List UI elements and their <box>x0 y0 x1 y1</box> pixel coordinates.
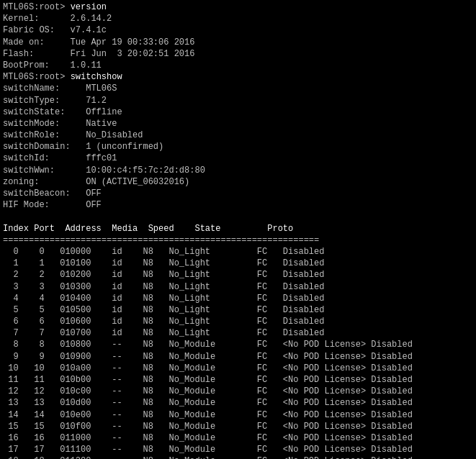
line-port0: 0 0 010000 id N8 No_Light FC Disabled <box>3 246 473 258</box>
line-switchtype: switchType: 71.2 <box>3 95 473 106</box>
line-switchwwn: switchWwn: 10:00:c4:f5:7c:2d:d8:80 <box>3 165 473 176</box>
line-version-cmd: MTL06S:root> version <box>3 1 473 13</box>
line-switchstate: switchState: Offline <box>3 106 473 118</box>
line-port13: 13 13 010d00 -- N8 No_Module FC <No POD … <box>3 397 473 409</box>
line-fabricos: Fabric OS: v7.4.1c <box>3 24 473 36</box>
line-switchbeacon: switchBeacon: OFF <box>3 188 473 199</box>
line-port8: 8 8 010800 -- N8 No_Module FC <No POD Li… <box>3 339 473 350</box>
line-switchmode: switchMode: Native <box>3 118 473 129</box>
line-blank <box>3 211 473 222</box>
line-table-header: Index Port Address Media Speed State Pro… <box>3 223 473 235</box>
line-port11: 11 11 010b00 -- N8 No_Module FC <No POD … <box>3 374 473 386</box>
line-switchshow-cmd: MTL06S:root> switchshow <box>3 71 473 83</box>
line-separator: ========================================… <box>3 235 473 246</box>
line-port6: 6 6 010600 id N8 No_Light FC Disabled <box>3 316 473 327</box>
line-switchdomain: switchDomain: 1 (unconfirmed) <box>3 141 473 153</box>
line-switchid: switchId: fffc01 <box>3 153 473 164</box>
line-port4: 4 4 010400 id N8 No_Light FC Disabled <box>3 293 473 304</box>
line-hifmode: HIF Mode: OFF <box>3 199 473 211</box>
line-port14: 14 14 010e00 -- N8 No_Module FC <No POD … <box>3 409 473 421</box>
line-port12: 12 12 010c00 -- N8 No_Module FC <No POD … <box>3 386 473 397</box>
line-kernel: Kernel: 2.6.14.2 <box>3 13 473 24</box>
line-zoning: zoning: ON (ACTIVE_06032016) <box>3 176 473 188</box>
line-port1: 1 1 010100 id N8 No_Light FC Disabled <box>3 258 473 269</box>
line-port3: 3 3 010300 id N8 No_Light FC Disabled <box>3 281 473 293</box>
line-port9: 9 9 010900 -- N8 No_Module FC <No POD Li… <box>3 351 473 363</box>
line-madeon: Made on: Tue Apr 19 00:33:06 2016 <box>3 37 473 48</box>
line-port15: 15 15 010f00 -- N8 No_Module FC <No POD … <box>3 421 473 432</box>
line-switchname: switchName: MTL06S <box>3 83 473 94</box>
line-port7: 7 7 010700 id N8 No_Light FC Disabled <box>3 327 473 339</box>
line-switchrole: switchRole: No_Disabled <box>3 129 473 141</box>
line-port18: 18 18 011200 -- N8 No_Module FC <No POD … <box>3 455 473 459</box>
line-port5: 5 5 010500 id N8 No_Light FC Disabled <box>3 304 473 316</box>
terminal-window: MTL06S:root> version Kernel: 2.6.14.2 Fa… <box>0 0 476 459</box>
line-port16: 16 16 011000 -- N8 No_Module FC <No POD … <box>3 432 473 444</box>
line-port17: 17 17 011100 -- N8 No_Module FC <No POD … <box>3 444 473 455</box>
line-bootprom: BootProm: 1.0.11 <box>3 60 473 71</box>
line-flash: Flash: Fri Jun 3 20:02:51 2016 <box>3 48 473 60</box>
line-port10: 10 10 010a00 -- N8 No_Module FC <No POD … <box>3 363 473 374</box>
line-port2: 2 2 010200 id N8 No_Light FC Disabled <box>3 269 473 281</box>
